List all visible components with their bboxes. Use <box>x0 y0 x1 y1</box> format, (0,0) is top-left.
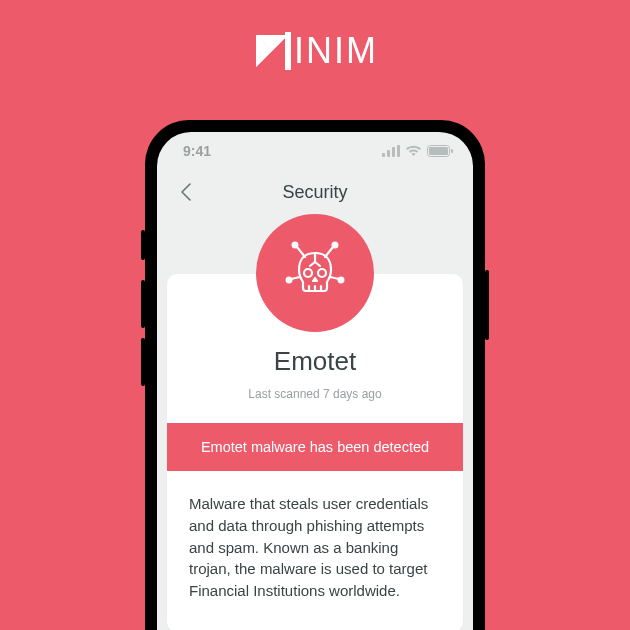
phone-side-button <box>141 338 145 386</box>
wifi-icon <box>405 145 422 157</box>
svg-point-22 <box>318 269 326 277</box>
svg-rect-3 <box>382 153 385 157</box>
last-scanned-label: Last scanned 7 days ago <box>167 387 463 401</box>
skull-malware-icon <box>277 235 353 311</box>
brand-mark-icon <box>252 31 292 71</box>
svg-rect-8 <box>429 147 448 155</box>
svg-point-16 <box>287 278 292 283</box>
phone-side-button <box>141 280 145 328</box>
brand-logo: INIM <box>252 30 378 72</box>
phone-side-button <box>485 270 489 340</box>
cellular-icon <box>382 145 400 157</box>
status-time: 9:41 <box>183 143 211 159</box>
status-bar: 9:41 <box>157 132 473 170</box>
svg-point-14 <box>293 243 298 248</box>
svg-rect-6 <box>397 145 400 157</box>
svg-rect-9 <box>451 149 453 153</box>
brand-word: INIM <box>294 30 378 72</box>
app-header: Security <box>157 170 473 214</box>
battery-icon <box>427 145 453 157</box>
alert-banner: Emotet malware has been detected <box>167 423 463 471</box>
back-button[interactable] <box>171 177 201 207</box>
phone-screen: 9:41 <box>157 132 473 630</box>
threat-card: Emotet Last scanned 7 days ago Emotet ma… <box>167 274 463 630</box>
content-area: Emotet Last scanned 7 days ago Emotet ma… <box>157 274 473 630</box>
svg-point-15 <box>333 243 338 248</box>
svg-line-20 <box>315 262 320 266</box>
chevron-left-icon <box>180 182 192 202</box>
svg-rect-4 <box>387 150 390 157</box>
svg-rect-5 <box>392 147 395 157</box>
phone-frame: 9:41 <box>145 120 485 630</box>
threat-name: Emotet <box>167 346 463 377</box>
page-title: Security <box>282 182 347 203</box>
threat-badge <box>256 214 374 332</box>
threat-description: Malware that steals user credentials and… <box>167 471 463 630</box>
svg-line-12 <box>291 277 300 279</box>
svg-point-17 <box>339 278 344 283</box>
status-indicators <box>382 145 453 157</box>
svg-line-13 <box>330 277 339 279</box>
svg-point-21 <box>304 269 312 277</box>
phone-side-button <box>141 230 145 260</box>
